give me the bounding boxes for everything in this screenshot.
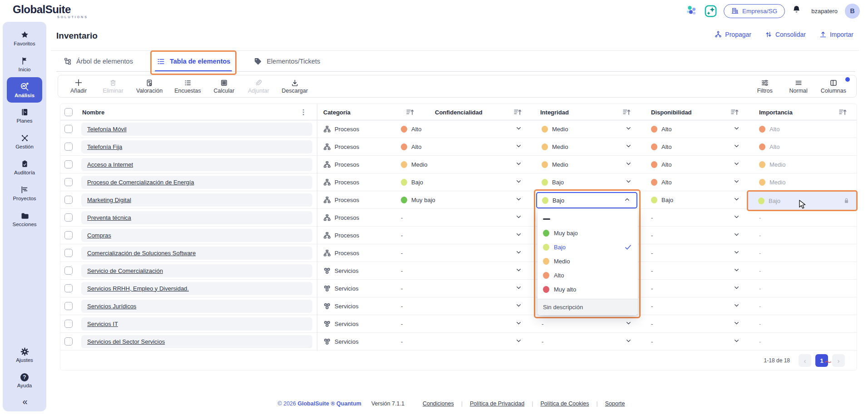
element-name-link[interactable]: Servicios del Sector Servicios [87, 338, 165, 345]
chevron-down-icon[interactable] [733, 320, 740, 328]
sparkle-app-icon[interactable] [705, 5, 716, 17]
sort-icon[interactable] [513, 109, 522, 116]
sidebar-item-auditoria[interactable]: Auditoría [5, 154, 44, 180]
propagar-button[interactable]: Propagar [715, 31, 751, 38]
dropdown-option-muy-bajo[interactable]: Muy bajo [538, 226, 638, 240]
sidebar-item-ajustes[interactable]: Ajustes [5, 342, 44, 368]
encuestas-button[interactable]: Encuestas [172, 79, 203, 94]
sidebar-item-inicio[interactable]: Inicio [5, 51, 44, 77]
chevron-down-icon[interactable] [733, 143, 740, 151]
sort-icon[interactable] [838, 109, 847, 116]
cell-conf[interactable]: Bajo [399, 173, 528, 191]
chevron-down-icon[interactable] [515, 213, 522, 222]
cell-disp[interactable]: - [638, 209, 746, 226]
chevron-down-icon[interactable] [515, 143, 522, 151]
chevron-down-icon[interactable] [733, 284, 740, 292]
row-checkbox[interactable] [64, 213, 73, 222]
sidebar-item-analisis[interactable]: Análisis [7, 77, 42, 103]
row-checkbox[interactable] [64, 143, 73, 151]
consolidar-button[interactable]: Consolidar [765, 31, 806, 38]
footer-link-politica-de-cookies[interactable]: Política de Cookies [533, 400, 596, 407]
cell-conf[interactable]: - [399, 333, 528, 350]
chevron-down-icon[interactable] [625, 320, 632, 328]
row-checkbox[interactable] [64, 249, 73, 257]
pagination-next-button[interactable]: › [832, 354, 845, 367]
element-name-link[interactable]: Compras [87, 232, 111, 239]
sort-icon[interactable] [730, 109, 739, 116]
cell-conf[interactable]: - [399, 315, 528, 332]
row-checkbox[interactable] [64, 178, 73, 186]
element-name-link[interactable]: Marketing Digital [87, 197, 131, 203]
chevron-down-icon[interactable] [515, 231, 522, 239]
cell-disp[interactable]: Bajo [638, 191, 746, 208]
chevron-down-icon[interactable] [733, 267, 740, 275]
element-name-link[interactable]: Telefonía Fija [87, 143, 122, 150]
cell-int[interactable]: Bajo [528, 173, 638, 191]
chevron-down-icon[interactable] [515, 320, 522, 328]
chevron-down-icon[interactable] [625, 143, 632, 151]
cell-int[interactable]: - [528, 333, 638, 350]
footer-link-politica-de-privacidad[interactable]: Política de Privacidad [463, 400, 532, 407]
tab-tabla-de-elementos[interactable]: Tabla de elementos [157, 51, 231, 72]
element-name-link[interactable]: Proceso de Comercialización de Energía [87, 179, 194, 186]
element-name-link[interactable]: Telefonía Móvil [87, 126, 127, 133]
filtros-button[interactable]: Filtros [751, 79, 779, 94]
cell-disp[interactable]: - [638, 315, 746, 332]
cell-conf[interactable]: - [399, 244, 528, 262]
cell-disp[interactable]: - [638, 244, 746, 262]
chevron-down-icon[interactable] [625, 178, 632, 186]
cell-conf[interactable]: Alto [399, 138, 528, 155]
chevron-down-icon[interactable] [733, 213, 740, 222]
element-name-link[interactable]: Servicio de Comercialización [87, 267, 163, 274]
row-checkbox[interactable] [64, 337, 73, 346]
sidebar-item-ayuda[interactable]: ?Ayuda [5, 368, 44, 394]
chevron-down-icon[interactable] [733, 196, 740, 204]
row-checkbox[interactable] [64, 302, 73, 310]
avatar[interactable]: B [845, 4, 860, 19]
normal-button[interactable]: Normal [784, 79, 813, 94]
cell-int[interactable]: Medio [528, 120, 638, 138]
cell-disp[interactable]: Alto [638, 156, 746, 173]
element-name-link[interactable]: Preventa técnica [87, 214, 131, 221]
row-checkbox[interactable] [64, 267, 73, 275]
chevron-down-icon[interactable] [733, 337, 740, 346]
chevron-down-icon[interactable] [515, 178, 522, 186]
chevron-down-icon[interactable] [625, 125, 632, 133]
dropdown-option-alto[interactable]: Alto [538, 268, 638, 282]
chevron-down-icon[interactable] [733, 249, 740, 257]
sidebar-item-gestion[interactable]: Gestión [5, 128, 44, 154]
chevron-down-icon[interactable] [515, 160, 522, 168]
chevron-down-icon[interactable] [733, 178, 740, 186]
company-button[interactable]: Empresa/SG [724, 4, 785, 18]
chevron-down-icon[interactable] [733, 160, 740, 168]
select-all-checkbox[interactable] [64, 108, 73, 116]
cell-conf[interactable]: - [399, 227, 528, 244]
cell-disp[interactable]: - [638, 227, 746, 244]
sort-icon[interactable] [622, 109, 631, 116]
chevron-down-icon[interactable] [625, 337, 632, 346]
cell-conf[interactable]: Medio [399, 156, 528, 173]
tab-elementos-tickets[interactable]: Elementos/Tickets [254, 51, 320, 72]
sort-icon[interactable] [406, 109, 414, 116]
chevron-up-icon[interactable] [624, 196, 631, 204]
molecule-icon[interactable] [686, 5, 697, 17]
app-logo[interactable]: GlobalSuite SOLUTIONS [13, 3, 71, 16]
column-menu-icon[interactable]: ⋮ [300, 108, 307, 116]
chevron-down-icon[interactable] [733, 231, 740, 239]
descargar-button[interactable]: Descargar [279, 79, 311, 94]
element-name-link[interactable]: Servicios IT [87, 321, 118, 327]
cell-disp[interactable]: Alto [638, 173, 746, 191]
columnas-button[interactable]: Columnas [818, 79, 849, 94]
cell-int[interactable]: Medio [528, 156, 638, 173]
element-name-link[interactable]: Servicios RRHH, Empleo y Diversidad. [87, 285, 189, 292]
cell-conf[interactable]: - [399, 262, 528, 279]
chevron-down-icon[interactable] [733, 302, 740, 310]
integridad-select-open[interactable]: Bajo [536, 192, 637, 208]
calcular-button[interactable]: Calcular [210, 79, 238, 94]
cell-disp[interactable]: - [638, 297, 746, 315]
element-name-link[interactable]: Servicios Jurídicos [87, 303, 136, 310]
valoracion-button[interactable]: Valoración [133, 79, 165, 94]
row-checkbox[interactable] [64, 196, 73, 204]
element-name-link[interactable]: Comercialización de Soluciones Software [87, 250, 196, 257]
cell-disp[interactable]: - [638, 333, 746, 350]
